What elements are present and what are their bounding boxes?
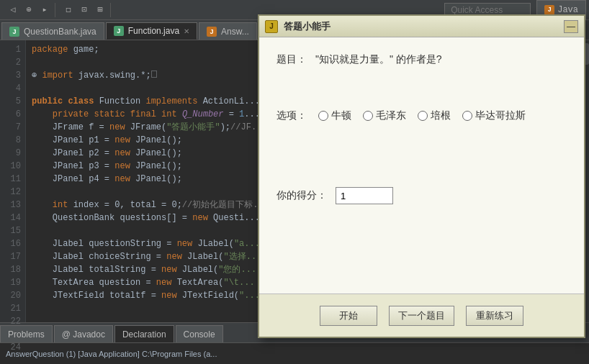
line-num-4: 4 (0, 82, 21, 95)
toolbar-btn-5[interactable]: ⊡ (77, 3, 91, 17)
dialog-overlay: J 答题小能手 — 题目： "知识就是力量。" 的作者是? 选项： 牛顿 (243, 0, 589, 345)
next-question-button[interactable]: 下一个题目 (389, 306, 454, 326)
line-num-17: 17 (0, 250, 21, 263)
score-label: 你的得分： (276, 189, 327, 202)
tab-label-function: Function.java (128, 26, 179, 36)
line-num-7: 7 (0, 121, 21, 134)
line-num-1: 1 (0, 43, 21, 56)
line-num-15: 15 (0, 224, 21, 237)
options-list: 牛顿 毛泽东 培根 毕达哥拉斯 (318, 109, 526, 122)
java-dialog: J 答题小能手 — 题目： "知识就是力量。" 的作者是? 选项： 牛顿 (258, 14, 585, 338)
toolbar-btn-1[interactable]: ◁ (6, 3, 20, 17)
radio-btn-4[interactable] (462, 111, 472, 121)
radio-option-3[interactable]: 培根 (418, 109, 451, 122)
line-num-21: 21 (0, 302, 21, 315)
dialog-title-icon: J (265, 20, 278, 33)
toolbar-btn-4[interactable]: ◻ (61, 3, 76, 17)
radio-label-3: 培根 (431, 109, 451, 122)
score-section: 你的得分： (276, 187, 567, 204)
tab-label-questionbank: QuestionBank.java (24, 27, 96, 37)
radio-btn-3[interactable] (418, 111, 428, 121)
line-num-11: 11 (0, 173, 21, 186)
radio-label-4: 毕达哥拉斯 (475, 109, 526, 122)
dialog-titlebar: J 答题小能手 — (259, 16, 584, 37)
line-num-14: 14 (0, 211, 21, 224)
radio-btn-2[interactable] (363, 111, 373, 121)
dialog-content: 题目： "知识就是力量。" 的作者是? 选项： 牛顿 毛泽东 (259, 37, 584, 294)
line-num-19: 19 (0, 276, 21, 289)
line-num-13: 13 (0, 199, 21, 211)
score-input[interactable] (336, 187, 393, 204)
bottom-status-bar: AnswerQuestion (1) [Java Application] C:… (0, 343, 589, 364)
question-text: "知识就是力量。" 的作者是? (315, 52, 567, 95)
dialog-title-text: 答题小能手 (284, 20, 564, 33)
line-num-6: 6 (0, 108, 21, 121)
question-section: 题目： "知识就是力量。" 的作者是? (276, 52, 567, 95)
line-num-18: 18 (0, 263, 21, 276)
line-num-3: 3 (0, 69, 21, 82)
radio-btn-1[interactable] (318, 111, 328, 121)
start-button[interactable]: 开始 (320, 306, 377, 326)
bottom-tab-declaration[interactable]: Declaration (114, 325, 174, 342)
radio-option-1[interactable]: 牛顿 (318, 109, 351, 122)
options-section: 选项： 牛顿 毛泽东 培根 (276, 109, 567, 122)
toolbar-group-1: ◁ ⊕ ▸ (3, 3, 55, 17)
radio-option-4[interactable]: 毕达哥拉斯 (462, 109, 526, 122)
tab-icon-function: J (114, 26, 124, 36)
line-num-2: 2 (0, 56, 21, 69)
restart-button[interactable]: 重新练习 (466, 306, 523, 326)
bottom-tab-declaration-label: Declaration (122, 329, 166, 340)
tab-icon-answer: J (207, 27, 217, 37)
line-num-20: 20 (0, 289, 21, 302)
line-num-8: 8 (0, 134, 21, 147)
toolbar-group-2: ◻ ⊡ ⊞ (58, 3, 111, 17)
tab-close-function[interactable]: ✕ (184, 27, 189, 35)
line-num-10: 10 (0, 160, 21, 173)
line-num-9: 9 (0, 147, 21, 160)
line-num-5: 5 (0, 95, 21, 108)
dialog-footer: 开始 下一个题目 重新练习 (259, 294, 584, 337)
dialog-close-button[interactable]: — (564, 20, 578, 33)
ide-container: ◁ ⊕ ▸ ◻ ⊡ ⊞ J Java J QuestionBank.java J… (0, 0, 589, 364)
tab-icon-questionbank: J (9, 27, 19, 37)
bottom-tab-console[interactable]: Console (176, 325, 223, 342)
tab-function[interactable]: J Function.java ✕ (106, 22, 197, 40)
toolbar-btn-6[interactable]: ⊞ (93, 3, 107, 17)
radio-option-2[interactable]: 毛泽东 (363, 109, 406, 122)
options-label: 选项： (276, 109, 307, 122)
toolbar-btn-2[interactable]: ⊕ (22, 3, 36, 17)
tab-questionbank[interactable]: J QuestionBank.java (1, 22, 104, 40)
bottom-tab-problems-label: Problems (8, 329, 45, 340)
bottom-tab-javadoc[interactable]: @ Javadoc (54, 325, 113, 342)
toolbar-btn-3[interactable]: ▸ (37, 3, 52, 17)
question-label: 题目： (276, 52, 307, 95)
line-num-12: 12 (0, 186, 21, 199)
bottom-tab-problems[interactable]: Problems (0, 325, 53, 342)
radio-label-2: 毛泽东 (376, 109, 406, 122)
bottom-tab-console-label: Console (184, 329, 215, 340)
bottom-tab-javadoc-label: @ Javadoc (62, 329, 105, 340)
bottom-status-text: AnswerQuestion (1) [Java Application] C:… (6, 350, 217, 358)
line-num-16: 16 (0, 237, 21, 250)
line-numbers: 1 2 3 4 5 6 7 8 9 10 11 12 13 14 15 16 1… (0, 40, 26, 322)
radio-label-1: 牛顿 (331, 109, 351, 122)
